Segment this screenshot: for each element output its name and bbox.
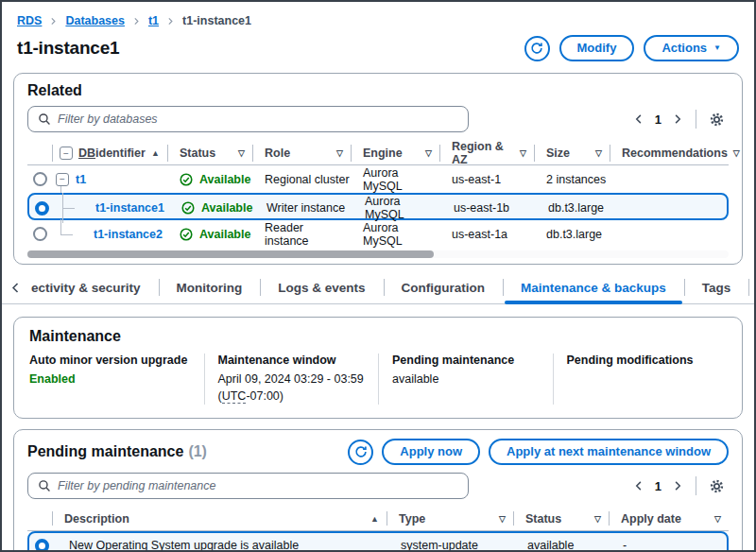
db-link[interactable]: t1 — [76, 173, 86, 186]
gear-icon — [709, 112, 725, 128]
selection-column-header — [27, 140, 52, 166]
table-preferences-button[interactable] — [707, 476, 727, 496]
breadcrumb-link-cluster[interactable]: t1 — [148, 14, 159, 27]
collapse-all-button[interactable]: − — [60, 147, 73, 160]
table-row-writer-selected[interactable]: t1-instance1 Available Writer instance A… — [27, 193, 729, 220]
column-header-dbidentifier[interactable]: − DBidentifier ▲ — [52, 140, 167, 166]
apply-next-window-button[interactable]: Apply at next maintenance window — [489, 439, 729, 465]
row-radio[interactable] — [33, 172, 47, 186]
gear-icon — [709, 478, 725, 494]
page-prev-button[interactable] — [631, 112, 646, 127]
related-panel: Related 1 — [13, 73, 743, 265]
tab-logs-events[interactable]: Logs & events — [260, 271, 383, 303]
horizontal-scrollbar — [27, 250, 729, 258]
breadcrumb-separator-icon — [166, 17, 175, 26]
column-header-status[interactable]: Status ▽ — [513, 507, 609, 530]
selection-column-header — [27, 507, 52, 530]
page-next-button[interactable] — [670, 112, 685, 127]
breadcrumb-link-rds[interactable]: RDS — [17, 14, 42, 27]
column-header-status[interactable]: Status ▽ — [167, 140, 252, 166]
collapse-row-button[interactable]: − — [56, 173, 69, 186]
chevron-left-icon — [633, 480, 644, 492]
column-header-description[interactable]: Description ▲ — [52, 507, 387, 530]
tab-monitoring[interactable]: Monitoring — [159, 271, 261, 303]
status-available-icon — [180, 228, 193, 241]
page-header: t1-instance1 Modify Actions ▼ — [2, 27, 754, 71]
column-header-recommendations[interactable]: Recommendations ▽ — [610, 140, 747, 166]
tab-maintenance-backups[interactable]: Maintenance & backups — [503, 271, 684, 303]
table-row-reader[interactable]: t1-instance2 Available Reader instance A… — [27, 220, 729, 248]
field-pending-modifications: Pending modifications — [553, 354, 728, 405]
field-pending-maintenance: Pending maintenance available — [378, 354, 553, 405]
sort-icon: ▽ — [499, 514, 506, 524]
page-number[interactable]: 1 — [655, 479, 662, 493]
refresh-icon — [354, 445, 368, 458]
modify-button[interactable]: Modify — [559, 35, 635, 61]
tab-tags[interactable]: Tags — [684, 271, 749, 303]
caret-down-icon: ▼ — [713, 44, 721, 52]
page-next-button[interactable] — [670, 478, 685, 493]
breadcrumb: RDS Databases t1 t1-instance1 — [2, 2, 754, 27]
field-maintenance-window: Maintenance window April 09, 2024 03:29 … — [204, 354, 379, 405]
status-available-icon — [180, 173, 193, 186]
actions-button[interactable]: Actions ▼ — [644, 35, 739, 61]
row-radio-selected[interactable] — [35, 539, 49, 552]
breadcrumb-current: t1-instance1 — [182, 14, 251, 27]
pending-table-header: Description ▲ Type ▽ Status ▽ Apply date… — [27, 507, 729, 531]
sort-icon: ▽ — [238, 148, 245, 158]
pending-filter — [27, 473, 469, 499]
pending-maintenance-panel: Pending maintenance (1) Apply now Apply … — [13, 429, 743, 552]
row-radio-selected[interactable] — [35, 201, 49, 216]
column-header-size[interactable]: Size ▽ — [534, 140, 610, 166]
db-link[interactable]: t1-instance2 — [94, 228, 163, 241]
tab-configuration[interactable]: Configuration — [384, 271, 503, 303]
detail-tabs: ectivity & security Monitoring Logs & ev… — [2, 271, 754, 304]
status-available-icon — [181, 201, 195, 215]
column-header-engine[interactable]: Engine ▽ — [351, 140, 439, 166]
utc-tooltip-term[interactable]: UTC — [222, 389, 247, 404]
related-title: Related — [27, 82, 729, 99]
page-prev-button[interactable] — [631, 478, 646, 493]
db-link[interactable]: t1-instance1 — [95, 201, 164, 215]
related-filter — [27, 106, 469, 132]
chevron-left-icon — [9, 282, 22, 294]
column-header-apply-date[interactable]: Apply date ▽ — [609, 507, 729, 530]
table-preferences-button[interactable] — [707, 110, 727, 129]
horizontal-scrollbar-thumb[interactable] — [27, 250, 434, 258]
chevron-left-icon — [633, 113, 644, 125]
related-filter-input[interactable] — [58, 112, 458, 126]
sort-icon: ▽ — [336, 148, 343, 158]
row-radio[interactable] — [33, 227, 47, 241]
pending-row-selected[interactable]: New Operating System upgrade is availabl… — [27, 531, 729, 552]
related-pagination: 1 — [631, 110, 729, 129]
sort-icon: ▽ — [595, 148, 602, 158]
tree-line — [62, 208, 75, 209]
table-row-cluster[interactable]: − t1 Available Regional cluster Aurora M… — [27, 165, 729, 193]
column-header-type[interactable]: Type ▽ — [387, 507, 513, 530]
maintenance-title: Maintenance — [29, 328, 727, 345]
pending-title: Pending maintenance — [27, 443, 183, 460]
pending-refresh-button[interactable] — [348, 440, 373, 465]
tab-recommendations[interactable]: Recommendat — [748, 271, 756, 303]
related-table-header: − DBidentifier ▲ Status ▽ Role ▽ Engine … — [27, 140, 729, 165]
pending-count: (1) — [188, 443, 207, 460]
actions-button-label: Actions — [662, 41, 707, 56]
column-header-role[interactable]: Role ▽ — [252, 140, 351, 166]
tab-connectivity-security[interactable]: ectivity & security — [29, 271, 159, 303]
refresh-button[interactable] — [524, 36, 550, 61]
breadcrumb-link-databases[interactable]: Databases — [65, 14, 125, 27]
pending-filter-input[interactable] — [58, 479, 458, 492]
apply-now-button[interactable]: Apply now — [382, 439, 480, 465]
app-window: RDS Databases t1 t1-instance1 t1-instanc… — [0, 0, 756, 552]
tree-line — [60, 234, 73, 235]
sort-icon: ▽ — [425, 148, 432, 158]
chevron-right-icon — [672, 113, 683, 125]
breadcrumb-separator-icon — [49, 17, 58, 26]
tree-line — [60, 219, 61, 234]
tabs-scroll-left-button[interactable] — [2, 271, 29, 303]
pending-pagination: 1 — [631, 476, 729, 496]
column-header-region[interactable]: Region & AZ ▽ — [439, 140, 534, 166]
page-number[interactable]: 1 — [655, 112, 662, 127]
refresh-icon — [530, 42, 543, 55]
sort-asc-icon: ▲ — [151, 148, 160, 158]
